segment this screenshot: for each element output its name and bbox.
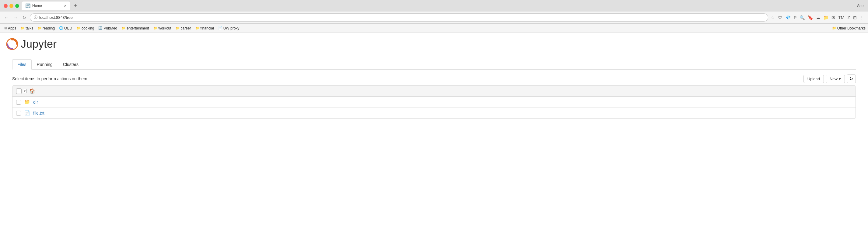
helper-text: Select items to perform actions on them. xyxy=(12,76,89,81)
minimize-button[interactable] xyxy=(9,4,13,8)
file-toolbar: Select items to perform actions on them.… xyxy=(12,74,856,83)
extension-icon-11[interactable]: ⊞ xyxy=(852,14,858,21)
extension-icon-6[interactable]: ☁ xyxy=(815,14,821,21)
title-bar: 🔄 Home ✕ + Ariel xyxy=(0,0,868,11)
folder-cooking-icon: 📁 xyxy=(76,26,81,30)
forward-button[interactable]: → xyxy=(12,14,19,21)
bookmark-workout-label: workout xyxy=(159,26,172,30)
folder-reading-icon: 📁 xyxy=(37,26,42,30)
browser-chrome: 🔄 Home ✕ + Ariel ← → ↻ ⓘ localhost:8843/… xyxy=(0,0,868,33)
file-link-dir[interactable]: dir xyxy=(33,100,38,105)
folder-financial-icon: 📁 xyxy=(195,26,200,30)
jupyter-header: Jupyter xyxy=(0,33,868,53)
tab-title: Home xyxy=(32,4,42,8)
url-bar[interactable]: ⓘ localhost:8843/tree xyxy=(30,13,768,22)
new-tab-button[interactable]: + xyxy=(71,3,80,9)
bookmark-uwproxy[interactable]: 📄 UW proxy xyxy=(216,26,241,31)
refresh-files-button[interactable]: ↻ xyxy=(847,74,856,83)
page-uwproxy-icon: 📄 xyxy=(218,26,222,30)
bookmark-oed-label: OED xyxy=(64,26,72,30)
bookmark-talks-label: talks xyxy=(26,26,33,30)
lock-icon: ⓘ xyxy=(34,15,37,20)
address-bar: ← → ↻ ⓘ localhost:8843/tree ☆ 🛡 💎 P 🔍 🔖 … xyxy=(0,11,868,24)
extension-icon-7[interactable]: 📁 xyxy=(823,14,829,21)
file-link-filetxt[interactable]: file.txt xyxy=(33,111,44,115)
page-content: Jupyter Files Running Clusters Select it… xyxy=(0,33,868,185)
bookmark-financial[interactable]: 📁 financial xyxy=(193,26,216,31)
svg-point-2 xyxy=(11,48,13,49)
select-all-checkbox[interactable] xyxy=(16,89,22,94)
bookmark-apps[interactable]: ⊞ Apps xyxy=(2,26,18,31)
tab-bar: 🔄 Home ✕ + xyxy=(22,2,855,10)
back-button[interactable]: ← xyxy=(3,14,10,21)
main-content: Files Running Clusters Select items to p… xyxy=(0,53,868,125)
bookmark-apps-label: Apps xyxy=(8,26,16,30)
bookmark-entertainment[interactable]: 📁 entertainment xyxy=(120,26,151,31)
more-button[interactable]: ⋮ xyxy=(859,14,865,21)
extension-icon-4[interactable]: 🔍 xyxy=(799,14,806,21)
extension-icon-3[interactable]: P xyxy=(793,14,797,21)
file-list-header: ▾ 🏠 xyxy=(12,86,856,97)
table-row: 📄 file.txt xyxy=(12,108,856,118)
file-icon: 📄 xyxy=(24,110,30,116)
svg-point-1 xyxy=(11,39,13,40)
other-bookmarks[interactable]: 📁 Other Bookmarks xyxy=(832,26,866,30)
new-button[interactable]: New ▾ xyxy=(826,75,845,83)
folder-entertainment-icon: 📁 xyxy=(121,26,126,30)
user-label: Ariel xyxy=(857,4,864,8)
checkbox-dropdown-button[interactable]: ▾ xyxy=(23,89,27,93)
url-text: localhost:8843/tree xyxy=(39,15,73,20)
bookmark-pubmed[interactable]: 🔄 PubMed xyxy=(96,26,119,31)
bookmark-pubmed-label: PubMed xyxy=(103,26,117,30)
bookmark-workout[interactable]: 📁 workout xyxy=(152,26,173,31)
file-checkbox-dir[interactable] xyxy=(16,100,21,105)
extension-icon-1[interactable]: 🛡 xyxy=(777,14,783,21)
browser-tab-home[interactable]: 🔄 Home ✕ xyxy=(22,2,70,10)
upload-button[interactable]: Upload xyxy=(804,75,824,83)
bookmark-reading-label: reading xyxy=(42,26,55,30)
bookmark-financial-label: financial xyxy=(200,26,214,30)
extension-icon-8[interactable]: ✉ xyxy=(831,14,836,21)
bookmark-cooking-label: cooking xyxy=(82,26,94,30)
bookmark-star-button[interactable]: ☆ xyxy=(771,14,775,20)
close-button[interactable] xyxy=(4,4,8,8)
bookmark-cooking[interactable]: 📁 cooking xyxy=(74,26,96,31)
new-button-label: New xyxy=(830,77,838,81)
home-icon[interactable]: 🏠 xyxy=(29,88,35,94)
other-bookmarks-label: Other Bookmarks xyxy=(837,26,866,30)
file-toolbar-actions: Upload New ▾ ↻ xyxy=(804,74,856,83)
folder-career-icon: 📁 xyxy=(176,26,180,30)
bookmark-entertainment-label: entertainment xyxy=(127,26,149,30)
bookmark-oed[interactable]: 🌐 OED xyxy=(57,26,74,31)
new-dropdown-arrow: ▾ xyxy=(839,77,841,81)
file-checkbox-filetxt[interactable] xyxy=(16,111,21,115)
bookmarks-bar: ⊞ Apps 📁 talks 📁 reading 🌐 OED 📁 cooking… xyxy=(0,24,868,33)
tab-close-button[interactable]: ✕ xyxy=(64,4,67,8)
file-list: ▾ 🏠 📁 dir 📄 file.txt xyxy=(12,86,856,118)
apps-icon: ⊞ xyxy=(4,26,7,30)
tab-files[interactable]: Files xyxy=(12,59,32,70)
bookmark-career[interactable]: 📁 career xyxy=(174,26,193,31)
oed-icon: 🌐 xyxy=(59,26,63,30)
extension-icon-10[interactable]: Z xyxy=(846,14,851,21)
folder-talks-icon: 📁 xyxy=(21,26,25,30)
extension-icon-5[interactable]: 🔖 xyxy=(807,14,814,21)
bookmark-talks[interactable]: 📁 talks xyxy=(19,26,35,31)
folder-workout-icon: 📁 xyxy=(153,26,158,30)
jupyter-logo-icon xyxy=(6,38,18,50)
window-controls xyxy=(4,4,19,8)
toolbar-icons: 🛡 💎 P 🔍 🔖 ☁ 📁 ✉ TM Z ⊞ ⋮ xyxy=(777,14,865,21)
refresh-button[interactable]: ↻ xyxy=(21,14,27,21)
bookmark-career-label: career xyxy=(181,26,191,30)
bookmark-reading[interactable]: 📁 reading xyxy=(36,26,57,31)
extension-icon-9[interactable]: TM xyxy=(837,14,845,21)
tabs-bar: Files Running Clusters xyxy=(12,59,856,70)
jupyter-logo: Jupyter xyxy=(6,38,57,50)
bookmark-uwproxy-label: UW proxy xyxy=(223,26,240,30)
jupyter-name: Jupyter xyxy=(21,38,57,50)
tab-clusters[interactable]: Clusters xyxy=(58,59,84,69)
tab-running[interactable]: Running xyxy=(32,59,58,69)
maximize-button[interactable] xyxy=(15,4,19,8)
tab-favicon: 🔄 xyxy=(25,3,30,8)
extension-icon-2[interactable]: 💎 xyxy=(785,14,792,21)
